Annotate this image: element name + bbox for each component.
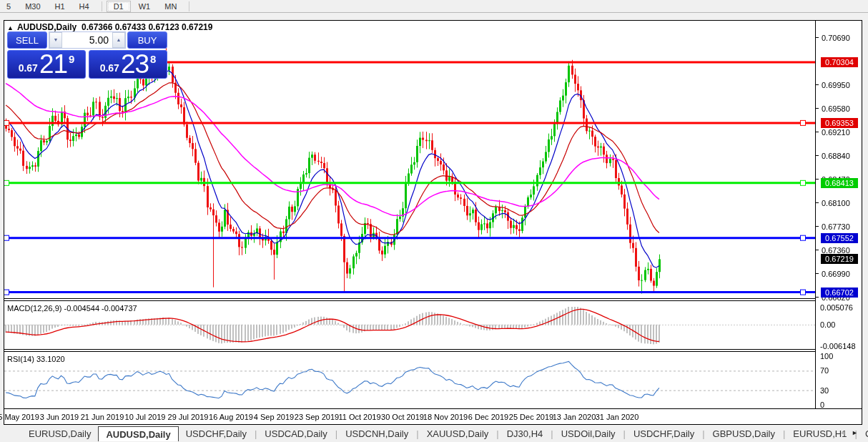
volume-increase-button[interactable]: ▲: [112, 32, 125, 48]
sell-button[interactable]: SELL: [7, 31, 47, 49]
macd-scale-label: 0.00: [820, 320, 835, 329]
date-label: 3 Jun 2019: [40, 413, 79, 421]
timeframe-button-W1[interactable]: W1: [132, 1, 157, 11]
one-click-trade-panel: SELL ▼ ▲ BUY 0.67 21 9 0.67 23 8: [7, 31, 167, 79]
buy-button[interactable]: BUY: [127, 31, 167, 49]
buy-price-pip: 8: [150, 53, 156, 65]
level-price-label: 0.69353: [821, 118, 858, 128]
level-price-label: 0.66702: [821, 288, 858, 298]
rsi-scale-label: 70: [820, 366, 829, 375]
date-label: 29 Jul 2019: [168, 413, 209, 421]
buy-price-tile[interactable]: 0.67 23 8: [89, 50, 167, 79]
price-axis-tick: 0.68840: [816, 152, 850, 160]
rsi-scale-label: 30: [820, 386, 829, 395]
price-axis-tick: 0.70690: [816, 34, 850, 42]
timeframe-button-D1[interactable]: D1: [107, 1, 131, 12]
trading-app: 5M30H1H4D1W1MN ▲AUDUSD,Daily 0.67366 0.6…: [0, 0, 868, 442]
timeframe-button-H4[interactable]: H4: [73, 1, 96, 11]
volume-decrease-button[interactable]: ▼: [49, 32, 62, 48]
chart-ohlc-values: 0.67366 0.67433 0.67123 0.67219: [82, 22, 213, 32]
chart-macd-splitter[interactable]: [4, 298, 862, 301]
sell-price-prefix: 0.67: [19, 62, 38, 74]
price-axis-tick: 0.67730: [816, 222, 850, 231]
timeframe-button-M30[interactable]: M30: [19, 1, 46, 11]
tab-usdchf-daily[interactable]: USDCHF,Daily: [626, 426, 701, 441]
tab-scroll-right-icon[interactable]: ►: [852, 429, 864, 436]
date-label: 31 Jan 2020: [596, 413, 639, 421]
timeframe-button-H1[interactable]: H1: [49, 1, 71, 11]
tab-dj30-h4[interactable]: DJ30,H4: [500, 426, 551, 441]
date-label: 16 Aug 2019: [209, 413, 253, 421]
toolbar-separator: [102, 1, 102, 11]
macd-indicator-label: MACD(12,26,9) -0.004544 -0.004737: [7, 304, 137, 313]
level-price-label: 0.68413: [821, 178, 858, 188]
date-axis: 15 May 20193 Jun 201921 Jun 201910 Jul 2…: [4, 408, 862, 424]
tab-xauusd-daily[interactable]: XAUUSD,Daily: [420, 426, 496, 441]
date-label: 21 Jun 2019: [81, 413, 124, 421]
tab-usdchf-daily[interactable]: USDCHF,Daily: [179, 426, 254, 441]
price-axis-tick: 0.68100: [816, 199, 850, 207]
tab-scroll-left-icon[interactable]: ◄: [839, 429, 852, 436]
sell-price-big: 21: [39, 49, 67, 79]
rsi-scale-label: 100: [820, 352, 833, 360]
macd-scale-label: 0.005076: [820, 303, 853, 312]
chart-title: ▲AUDUSD,Daily 0.67366 0.67433 0.67123 0.…: [7, 22, 212, 32]
date-label: 23 Sep 2019: [295, 413, 339, 421]
date-label: 30 Oct 2019: [381, 413, 424, 421]
rsi-indicator-label: RSI(14) 33.1020: [7, 355, 65, 363]
price-axis-tick: 0.69580: [816, 104, 850, 113]
tab-eurusd-daily[interactable]: EURUSD,Daily: [21, 426, 98, 441]
tab-usdcad-daily[interactable]: USDCAD,Daily: [257, 426, 334, 441]
sell-price-pip: 9: [69, 53, 74, 65]
macd-rsi-splitter[interactable]: [4, 349, 862, 352]
date-label: 18 Nov 2019: [423, 413, 468, 421]
buy-price-prefix: 0.67: [100, 62, 119, 74]
timeframe-toolbar: 5M30H1H4D1W1MN: [0, 0, 868, 13]
date-label: 25 Dec 2019: [509, 413, 553, 421]
volume-input[interactable]: [62, 32, 112, 48]
level-price-label: 0.67552: [821, 233, 858, 243]
price-axis-tick: 0.66990: [816, 270, 850, 278]
price-axis: 0.706900.699500.695800.692100.688400.684…: [815, 21, 862, 408]
tab-audusd-daily[interactable]: AUDUSD,Daily: [98, 426, 178, 441]
tab-scroll-nav: ◄►: [839, 429, 864, 436]
date-label: 6 Dec 2019: [468, 413, 508, 421]
timeframe-button-5[interactable]: 5: [0, 1, 17, 11]
volume-control: ▼ ▲: [49, 31, 126, 49]
timeframe-button-MN[interactable]: MN: [158, 1, 183, 11]
price-axis-tick: 0.69950: [816, 81, 850, 89]
date-label: 4 Sep 2019: [254, 413, 294, 421]
date-label: 11 Oct 2019: [338, 413, 380, 421]
price-axis-tick: 0.69210: [816, 128, 850, 137]
buy-price-big: 23: [121, 49, 149, 79]
chart-tab-bar: EURUSD,DailyAUDUSD,DailyUSDCHF,Daily|USD…: [0, 426, 868, 442]
chart-window: ▲AUDUSD,Daily 0.67366 0.67433 0.67123 0.…: [4, 20, 862, 425]
tab-usdcnh-daily[interactable]: USDCNH,Daily: [338, 426, 415, 441]
tab-gbpusd-daily[interactable]: GBPUSD,Daily: [706, 426, 782, 441]
current-price-label: 0.67219: [821, 254, 858, 264]
macd-scale-label: -0.006148: [820, 342, 856, 350]
date-label: 15 May 2019: [0, 413, 39, 421]
date-label: 10 Jul 2019: [125, 413, 166, 421]
sell-price-tile[interactable]: 0.67 21 9: [7, 50, 86, 79]
tab-usdoil-daily[interactable]: USDOil,Daily: [554, 426, 623, 441]
chart-symbol-label: AUDUSD,Daily: [17, 22, 77, 32]
price-axis-tick: 0.67360: [816, 246, 850, 255]
trade-panel-toggle-icon[interactable]: ▲: [7, 24, 14, 31]
level-price-label: 0.70304: [821, 57, 858, 67]
toolbar-separator: [189, 1, 189, 11]
date-label: 13 Jan 2020: [553, 413, 596, 421]
